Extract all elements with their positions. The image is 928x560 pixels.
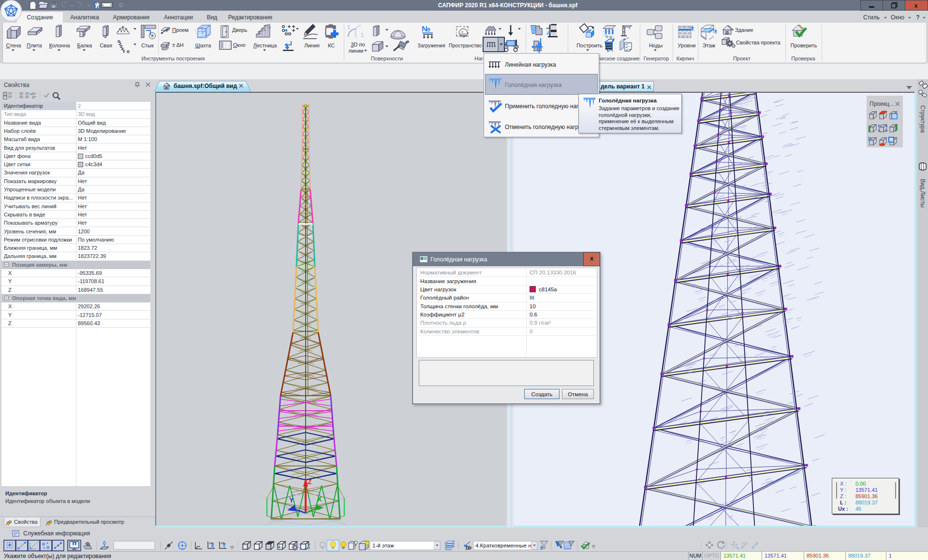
svg-text:1: 1 <box>347 24 350 30</box>
svg-text:Y: Y <box>222 543 226 548</box>
svg-text:1: 1 <box>361 32 364 38</box>
svg-text:№: № <box>422 25 430 33</box>
svg-text:Z: Z <box>308 478 312 486</box>
svg-text:№: № <box>466 544 471 550</box>
svg-text:4.Кратковременные наг: 4.Кратковременные наг <box>475 543 536 548</box>
svg-text:башня.spf:Общий вид: башня.spf:Общий вид <box>174 83 237 89</box>
svg-text:1-й этаж: 1-й этаж <box>372 543 394 548</box>
svg-text:Y: Y <box>289 496 294 504</box>
svg-text:x: x <box>914 2 918 9</box>
svg-text:X: X <box>317 495 322 503</box>
svg-text:X: X <box>211 543 214 548</box>
